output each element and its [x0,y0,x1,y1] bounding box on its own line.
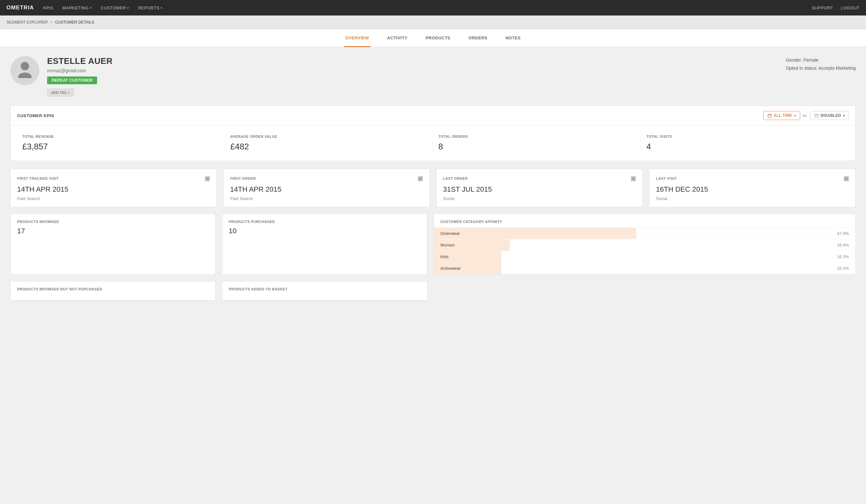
user-icon [17,64,33,78]
customer-opted-in: Opted in status: Accepts Marketing [786,64,856,72]
avatar [10,56,40,85]
nav-left: OMETRIA KPIS MARKETING ▾ CUSTOMER ▾ REPO… [7,4,163,11]
tab-bar: OVERVIEW ACTIVITY PRODUCTS ORDERS NOTES [0,29,866,47]
customer-profile: ESTELLE AUER mmraz@gmail.com REPEAT CUST… [10,56,856,97]
kpi-title: CUSTOMER KPIS [17,113,54,118]
customer-gender: Gender: Female [786,56,856,64]
nav-reports[interactable]: REPORTS ▾ [138,5,163,10]
kpi-total-orders: TOTAL ORDERS 8 [433,132,642,154]
nav-logout[interactable]: LOGOUT [841,5,859,10]
kpi-header: CUSTOMER KPIS ALL TIME ▾ vs. [11,106,855,125]
first-order-card: FIRST ORDER ▣ 14TH APR 2015 Paid Search [223,169,430,207]
products-added-to-basket-card: PRODUCTS ADDED TO BASKET [222,281,427,300]
kpi-controls: ALL TIME ▾ vs. DISABLED ▾ [763,111,849,120]
chevron-down-icon: ▾ [90,6,92,10]
svg-point-0 [21,62,29,70]
nav-support[interactable]: SUPPORT [812,5,833,10]
tab-overview[interactable]: OVERVIEW [344,30,370,47]
main-content: ESTELLE AUER mmraz@gmail.com REPEAT CUST… [0,47,866,316]
tab-orders[interactable]: ORDERS [467,30,489,47]
products-purchased-card: PRODUCTS PURCHASED 10 [222,214,427,275]
nav-customer[interactable]: CUSTOMER ▾ [101,5,129,10]
affinity-title: CUSTOMER CATEGORY AFFINITY [434,214,855,228]
nav-kpis[interactable]: KPIS [43,5,53,10]
kpi-avg-order-value: AVERAGE ORDER VALUE £482 [225,132,433,154]
last-order-card: LAST ORDER ▣ 31ST JUL 2015 Social [436,169,643,207]
category-affinity-card: CUSTOMER CATEGORY AFFINITY Outerwear 47.… [434,214,856,275]
kpi-metrics: TOTAL REVENUE £3,857 AVERAGE ORDER VALUE… [11,125,855,161]
tab-products[interactable]: PRODUCTS [424,30,452,47]
chevron-down-icon: ▾ [843,114,845,117]
add-tag-button[interactable]: ADD TAG + [47,89,74,97]
calendar-icon [814,114,819,118]
affinity-row-kids: Kids 16.3% [434,251,855,262]
monitor-icon: ▣ [418,175,423,182]
customer-info: ESTELLE AUER mmraz@gmail.com REPEAT CUST… [47,56,856,97]
svg-point-1 [18,72,32,78]
customer-email: mmraz@gmail.com [47,68,856,73]
kpi-section: CUSTOMER KPIS ALL TIME ▾ vs. [10,105,856,161]
breadcrumb-link[interactable]: SEGMENT EXPLORER [7,20,48,24]
kpi-total-visits: TOTAL VISITS 4 [641,132,849,154]
tab-activity[interactable]: ACTIVITY [386,30,409,47]
last-visit-card: LAST VISIT ▣ 16TH DEC 2015 Social [649,169,856,207]
bottom-product-cards-row: PRODUCTS BROWSED BUT NOT PURCHASED PRODU… [10,281,856,300]
affinity-spacer [434,281,856,300]
breadcrumb-current: CUSTOMER DETAILS [55,20,94,24]
products-browsed-card: PRODUCTS BROWSED 17 [10,214,215,275]
visit-cards-row: FIRST TRACKED VISIT ▣ 14TH APR 2015 Paid… [10,169,856,207]
nav-marketing[interactable]: MARKETING ▾ [62,5,92,10]
products-browsed-not-purchased-card: PRODUCTS BROWSED BUT NOT PURCHASED [10,281,215,300]
top-nav: OMETRIA KPIS MARKETING ▾ CUSTOMER ▾ REPO… [0,0,866,15]
customer-name: ESTELLE AUER [47,56,856,66]
products-affinity-row: PRODUCTS BROWSED 17 PRODUCTS PURCHASED 1… [10,214,856,275]
nav-right: SUPPORT LOGOUT [812,5,859,10]
monitor-icon: ▣ [843,175,849,182]
chevron-down-icon: ▾ [161,6,163,10]
all-time-button[interactable]: ALL TIME ▾ [763,111,800,120]
monitor-icon: ▣ [631,175,636,182]
affinity-row-activewear: Activewear 16.2% [434,262,855,274]
breadcrumb-separator: > [50,20,53,24]
affinity-row-women: Women 18.4% [434,239,855,251]
chevron-down-icon: ▾ [127,6,129,10]
vs-label: vs. [803,113,808,118]
kpi-total-revenue: TOTAL REVENUE £3,857 [17,132,225,154]
tab-notes[interactable]: NOTES [504,30,522,47]
disabled-button[interactable]: DISABLED ▾ [810,111,849,120]
monitor-icon: ▣ [204,175,210,182]
customer-meta: Gender: Female Opted in status: Accepts … [786,56,856,72]
svg-rect-6 [815,114,818,117]
first-tracked-visit-card: FIRST TRACKED VISIT ▣ 14TH APR 2015 Paid… [10,169,217,207]
calendar-icon [768,114,772,118]
chevron-down-icon: ▾ [794,114,796,117]
affinity-row-outerwear: Outerwear 47.9% [434,228,855,239]
repeat-customer-badge: REPEAT CUSTOMER [47,77,97,84]
brand-logo[interactable]: OMETRIA [7,4,34,11]
breadcrumb: SEGMENT EXPLORER > CUSTOMER DETAILS [0,15,866,29]
svg-rect-2 [768,114,771,117]
